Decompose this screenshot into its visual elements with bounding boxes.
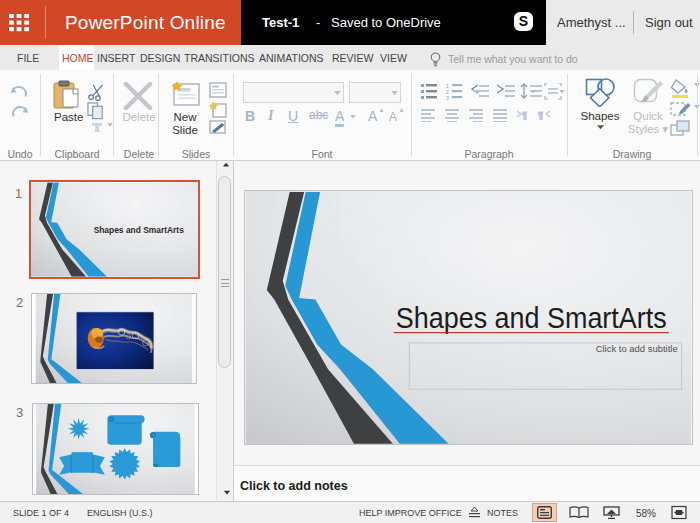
svg-text:¶: ¶ [522, 110, 527, 120]
svg-text:3: 3 [446, 95, 449, 100]
svg-text:¶: ¶ [538, 110, 543, 120]
